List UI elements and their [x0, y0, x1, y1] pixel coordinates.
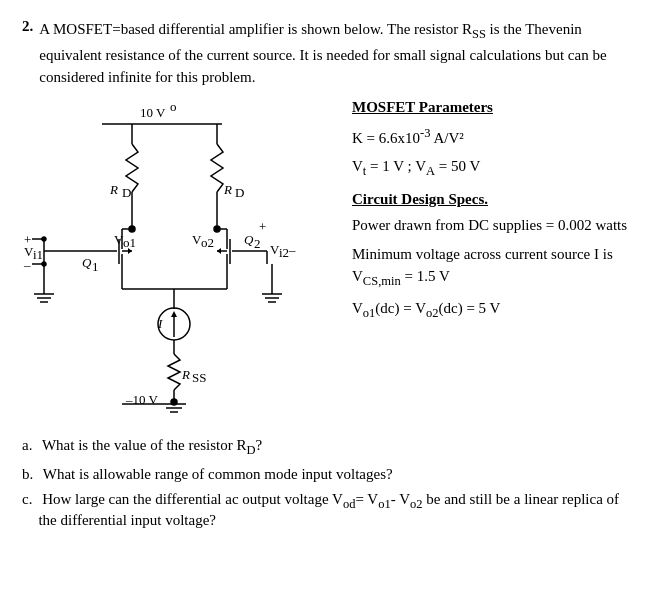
parameters-area: MOSFET Parameters K = 6.6x10-3 A/V² Vt =… — [342, 99, 634, 423]
question-container: 2. A MOSFET=based differential amplifier… — [22, 18, 634, 529]
svg-text:D: D — [235, 185, 244, 200]
spec-vcs: Minimum voltage across current source I … — [352, 243, 634, 291]
sub-c-label: c. — [22, 491, 32, 529]
svg-text:1: 1 — [92, 259, 99, 274]
main-content: text { font-family: 'Times New Roman', T… — [22, 99, 634, 423]
svg-text:R: R — [181, 367, 190, 382]
svg-text:D: D — [122, 185, 131, 200]
svg-text:SS: SS — [192, 370, 206, 385]
question-header: 2. A MOSFET=based differential amplifier… — [22, 18, 634, 89]
svg-text:Q: Q — [82, 255, 92, 270]
param-vt-va: Vt = 1 V ; VA = 50 V — [352, 155, 634, 181]
sub-question-a: a. What is the value of the resistor RD? — [22, 437, 634, 458]
svg-text:i1: i1 — [33, 247, 43, 262]
sub-question-c: c. How large can the differential ac out… — [22, 491, 634, 529]
vdd-sub: o — [170, 99, 177, 114]
svg-marker-55 — [171, 311, 177, 317]
svg-text:Q: Q — [244, 232, 254, 247]
sub-question-b: b. What is allowable range of common mod… — [22, 466, 634, 483]
sub-c-text: How large can the differential ac output… — [38, 491, 634, 529]
svg-text:R: R — [109, 182, 118, 197]
question-number: 2. — [22, 18, 33, 89]
svg-text:2: 2 — [254, 236, 261, 251]
sub-b-label: b. — [22, 466, 33, 483]
svg-text:I: I — [157, 316, 163, 331]
question-intro: A MOSFET=based differential amplifier is… — [39, 18, 634, 89]
svg-text:+: + — [259, 219, 266, 234]
svg-text:–: – — [23, 257, 31, 272]
circuit-diagram: text { font-family: 'Times New Roman', T… — [22, 99, 332, 423]
svg-text:i2: i2 — [279, 245, 289, 260]
mosfet-params-title: MOSFET Parameters — [352, 99, 634, 116]
param-k: K = 6.6x10-3 A/V² — [352, 124, 634, 150]
svg-text:o2: o2 — [201, 235, 214, 250]
svg-text:o1: o1 — [123, 235, 136, 250]
spec-power: Power drawn from DC supplies = 0.002 wat… — [352, 214, 634, 237]
sub-b-text: What is allowable range of common mode i… — [39, 466, 392, 483]
svg-point-65 — [171, 399, 177, 405]
spec-vdc: Vo1(dc) = Vo2(dc) = 5 V — [352, 297, 634, 323]
sub-a-text: What is the value of the resistor RD? — [38, 437, 262, 458]
vdd-label: 10 V — [140, 105, 166, 120]
sub-a-label: a. — [22, 437, 32, 458]
svg-text:R: R — [223, 182, 232, 197]
circuit-specs-title: Circuit Design Specs. — [352, 191, 634, 208]
svg-marker-34 — [217, 248, 221, 254]
svg-text:–: – — [288, 242, 296, 257]
